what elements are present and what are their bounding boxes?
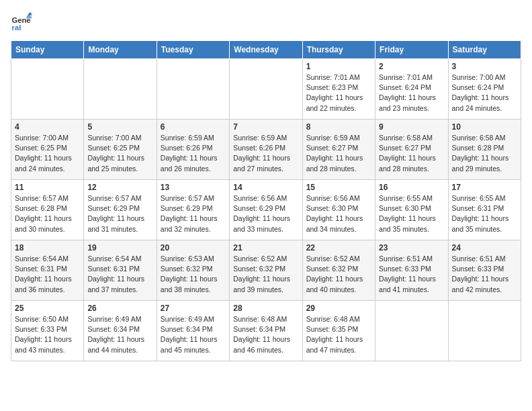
day-number: 15: [306, 183, 371, 192]
day-number: 5: [87, 122, 152, 132]
day-number: 11: [15, 183, 80, 192]
calendar-cell: 13Sunrise: 6:57 AMSunset: 6:29 PMDayligh…: [157, 180, 229, 240]
day-number: 27: [161, 304, 226, 313]
calendar-cell: 19Sunrise: 6:54 AMSunset: 6:31 PMDayligh…: [84, 240, 157, 301]
day-number: 7: [233, 122, 298, 132]
day-info: Sunrise: 6:48 AMSunset: 6:35 PMDaylight:…: [306, 314, 371, 355]
calendar-cell: 8Sunrise: 6:59 AMSunset: 6:27 PMDaylight…: [302, 120, 375, 180]
day-info: Sunrise: 6:58 AMSunset: 6:27 PMDaylight:…: [379, 133, 444, 174]
logo: Gene ral: [11, 11, 35, 32]
day-info: Sunrise: 6:57 AMSunset: 6:29 PMDaylight:…: [87, 193, 152, 234]
calendar-cell: 9Sunrise: 6:58 AMSunset: 6:27 PMDaylight…: [375, 120, 448, 180]
day-number: 1: [306, 62, 371, 71]
week-row-2: 11Sunrise: 6:57 AMSunset: 6:28 PMDayligh…: [11, 180, 521, 240]
header: Gene ral: [11, 11, 521, 32]
calendar-cell: 29Sunrise: 6:48 AMSunset: 6:35 PMDayligh…: [302, 301, 375, 361]
day-info: Sunrise: 6:49 AMSunset: 6:34 PMDaylight:…: [161, 314, 226, 355]
day-info: Sunrise: 6:56 AMSunset: 6:30 PMDaylight:…: [306, 193, 371, 234]
calendar-cell: 22Sunrise: 6:52 AMSunset: 6:32 PMDayligh…: [302, 240, 375, 301]
day-info: Sunrise: 6:48 AMSunset: 6:34 PMDaylight:…: [233, 314, 298, 355]
calendar-cell: 25Sunrise: 6:50 AMSunset: 6:33 PMDayligh…: [11, 301, 84, 361]
day-number: 18: [15, 243, 80, 253]
day-info: Sunrise: 7:00 AMSunset: 6:25 PMDaylight:…: [15, 133, 80, 174]
day-number: 12: [87, 183, 152, 192]
calendar-cell: [448, 301, 521, 361]
day-info: Sunrise: 6:57 AMSunset: 6:29 PMDaylight:…: [161, 193, 226, 234]
day-number: 21: [233, 243, 298, 253]
calendar-table: SundayMondayTuesdayWednesdayThursdayFrid…: [11, 40, 521, 361]
calendar-cell: 27Sunrise: 6:49 AMSunset: 6:34 PMDayligh…: [157, 301, 229, 361]
day-info: Sunrise: 6:53 AMSunset: 6:32 PMDaylight:…: [161, 254, 226, 295]
day-number: 13: [161, 183, 226, 192]
calendar-cell: 3Sunrise: 7:00 AMSunset: 6:24 PMDaylight…: [448, 59, 521, 120]
day-info: Sunrise: 6:52 AMSunset: 6:32 PMDaylight:…: [306, 254, 371, 295]
day-info: Sunrise: 6:52 AMSunset: 6:32 PMDaylight:…: [233, 254, 298, 295]
day-info: Sunrise: 6:54 AMSunset: 6:31 PMDaylight:…: [87, 254, 152, 295]
week-row-0: 1Sunrise: 7:01 AMSunset: 6:23 PMDaylight…: [11, 59, 521, 120]
day-number: 29: [306, 304, 371, 313]
weekday-header-sunday: Sunday: [11, 41, 84, 59]
svg-text:ral: ral: [12, 24, 21, 32]
calendar-cell: 1Sunrise: 7:01 AMSunset: 6:23 PMDaylight…: [302, 59, 375, 120]
calendar-cell: 24Sunrise: 6:51 AMSunset: 6:33 PMDayligh…: [448, 240, 521, 301]
calendar-cell: 26Sunrise: 6:49 AMSunset: 6:34 PMDayligh…: [84, 301, 157, 361]
calendar-cell: [375, 301, 448, 361]
day-number: 9: [379, 122, 444, 132]
logo-icon: Gene ral: [11, 11, 32, 32]
day-number: 2: [379, 62, 444, 71]
weekday-header-wednesday: Wednesday: [230, 41, 302, 59]
day-number: 19: [87, 243, 152, 253]
calendar-cell: 2Sunrise: 7:01 AMSunset: 6:24 PMDaylight…: [375, 59, 448, 120]
weekday-header-row: SundayMondayTuesdayWednesdayThursdayFrid…: [11, 41, 521, 59]
day-info: Sunrise: 6:59 AMSunset: 6:26 PMDaylight:…: [161, 133, 226, 174]
day-info: Sunrise: 6:49 AMSunset: 6:34 PMDaylight:…: [87, 314, 152, 355]
day-number: 10: [452, 122, 517, 132]
day-info: Sunrise: 7:01 AMSunset: 6:24 PMDaylight:…: [379, 73, 444, 113]
day-number: 16: [379, 183, 444, 192]
day-number: 20: [161, 243, 226, 253]
day-number: 6: [161, 122, 226, 132]
weekday-header-monday: Monday: [84, 41, 157, 59]
weekday-header-thursday: Thursday: [302, 41, 375, 59]
day-number: 26: [87, 304, 152, 313]
day-info: Sunrise: 7:01 AMSunset: 6:23 PMDaylight:…: [306, 73, 371, 113]
calendar-cell: 6Sunrise: 6:59 AMSunset: 6:26 PMDaylight…: [157, 120, 229, 180]
calendar-cell: 20Sunrise: 6:53 AMSunset: 6:32 PMDayligh…: [157, 240, 229, 301]
day-number: 17: [452, 183, 517, 192]
day-info: Sunrise: 6:55 AMSunset: 6:30 PMDaylight:…: [379, 193, 444, 234]
day-number: 14: [233, 183, 298, 192]
calendar-cell: 12Sunrise: 6:57 AMSunset: 6:29 PMDayligh…: [84, 180, 157, 240]
calendar-cell: 15Sunrise: 6:56 AMSunset: 6:30 PMDayligh…: [302, 180, 375, 240]
day-number: 22: [306, 243, 371, 253]
calendar-cell: [11, 59, 84, 120]
week-row-4: 25Sunrise: 6:50 AMSunset: 6:33 PMDayligh…: [11, 301, 521, 361]
day-number: 3: [452, 62, 517, 71]
day-info: Sunrise: 7:00 AMSunset: 6:25 PMDaylight:…: [87, 133, 152, 174]
weekday-header-friday: Friday: [375, 41, 448, 59]
day-number: 25: [15, 304, 80, 313]
calendar-cell: 5Sunrise: 7:00 AMSunset: 6:25 PMDaylight…: [84, 120, 157, 180]
day-info: Sunrise: 6:55 AMSunset: 6:31 PMDaylight:…: [452, 193, 517, 234]
calendar-cell: 14Sunrise: 6:56 AMSunset: 6:29 PMDayligh…: [230, 180, 302, 240]
calendar-cell: 23Sunrise: 6:51 AMSunset: 6:33 PMDayligh…: [375, 240, 448, 301]
calendar-cell: 11Sunrise: 6:57 AMSunset: 6:28 PMDayligh…: [11, 180, 84, 240]
day-info: Sunrise: 6:51 AMSunset: 6:33 PMDaylight:…: [452, 254, 517, 295]
weekday-header-tuesday: Tuesday: [157, 41, 229, 59]
calendar-cell: 17Sunrise: 6:55 AMSunset: 6:31 PMDayligh…: [448, 180, 521, 240]
day-info: Sunrise: 6:54 AMSunset: 6:31 PMDaylight:…: [15, 254, 80, 295]
calendar-cell: [157, 59, 229, 120]
calendar-cell: 4Sunrise: 7:00 AMSunset: 6:25 PMDaylight…: [11, 120, 84, 180]
week-row-1: 4Sunrise: 7:00 AMSunset: 6:25 PMDaylight…: [11, 120, 521, 180]
week-row-3: 18Sunrise: 6:54 AMSunset: 6:31 PMDayligh…: [11, 240, 521, 301]
day-info: Sunrise: 6:58 AMSunset: 6:28 PMDaylight:…: [452, 133, 517, 174]
calendar-cell: [230, 59, 302, 120]
day-info: Sunrise: 7:00 AMSunset: 6:24 PMDaylight:…: [452, 73, 517, 113]
day-info: Sunrise: 6:51 AMSunset: 6:33 PMDaylight:…: [379, 254, 444, 295]
day-info: Sunrise: 6:59 AMSunset: 6:26 PMDaylight:…: [233, 133, 298, 174]
day-number: 28: [233, 304, 298, 313]
day-number: 24: [452, 243, 517, 253]
day-info: Sunrise: 6:57 AMSunset: 6:28 PMDaylight:…: [15, 193, 80, 234]
calendar-cell: 21Sunrise: 6:52 AMSunset: 6:32 PMDayligh…: [230, 240, 302, 301]
day-number: 23: [379, 243, 444, 253]
calendar-cell: 7Sunrise: 6:59 AMSunset: 6:26 PMDaylight…: [230, 120, 302, 180]
